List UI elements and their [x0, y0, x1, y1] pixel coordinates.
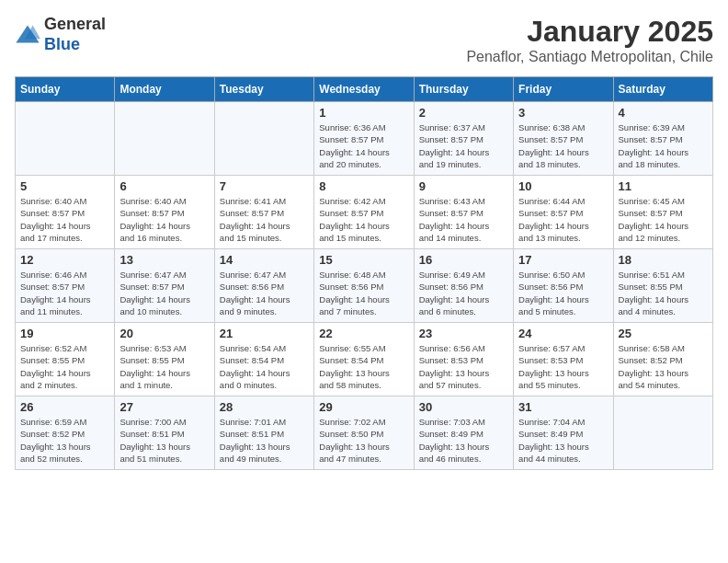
day-number: 23	[419, 327, 508, 340]
day-number: 20	[119, 327, 209, 340]
day-number: 7	[220, 179, 309, 193]
calendar-cell: 5Sunrise: 6:40 AM Sunset: 8:57 PM Daylig…	[16, 176, 115, 249]
day-info: Sunrise: 6:56 AM Sunset: 8:53 PM Dayligh…	[419, 342, 508, 391]
calendar-cell	[16, 102, 115, 176]
calendar-cell: 10Sunrise: 6:44 AM Sunset: 8:57 PM Dayli…	[514, 176, 613, 249]
day-number: 26	[20, 400, 109, 414]
days-of-week-row: SundayMondayTuesdayWednesdayThursdayFrid…	[16, 77, 713, 102]
day-number: 27	[119, 400, 209, 414]
day-number: 13	[119, 253, 209, 267]
day-info: Sunrise: 6:37 AM Sunset: 8:57 PM Dayligh…	[419, 121, 508, 170]
calendar-cell: 27Sunrise: 7:00 AM Sunset: 8:51 PM Dayli…	[115, 396, 214, 470]
calendar-cell: 22Sunrise: 6:55 AM Sunset: 8:54 PM Dayli…	[314, 323, 414, 396]
day-number: 11	[619, 179, 708, 193]
calendar-cell: 25Sunrise: 6:58 AM Sunset: 8:52 PM Dayli…	[613, 323, 712, 396]
day-number: 6	[119, 179, 209, 193]
day-number: 31	[518, 400, 608, 414]
day-number: 18	[619, 253, 708, 267]
day-info: Sunrise: 6:59 AM Sunset: 8:52 PM Dayligh…	[20, 416, 109, 465]
calendar-cell: 9Sunrise: 6:43 AM Sunset: 8:57 PM Daylig…	[414, 176, 513, 249]
day-of-week-header: Saturday	[613, 77, 712, 102]
month-title: January 2025	[466, 15, 713, 49]
day-info: Sunrise: 6:43 AM Sunset: 8:57 PM Dayligh…	[419, 195, 508, 244]
day-number: 16	[419, 253, 508, 267]
calendar-cell: 29Sunrise: 7:02 AM Sunset: 8:50 PM Dayli…	[314, 396, 414, 470]
day-info: Sunrise: 6:48 AM Sunset: 8:56 PM Dayligh…	[319, 269, 408, 317]
day-number: 4	[619, 106, 708, 120]
day-info: Sunrise: 7:04 AM Sunset: 8:49 PM Dayligh…	[518, 416, 608, 465]
day-info: Sunrise: 6:55 AM Sunset: 8:54 PM Dayligh…	[319, 342, 408, 391]
calendar-cell: 1Sunrise: 6:36 AM Sunset: 8:57 PM Daylig…	[314, 102, 414, 176]
day-of-week-header: Friday	[514, 77, 613, 102]
day-info: Sunrise: 7:00 AM Sunset: 8:51 PM Dayligh…	[119, 416, 209, 465]
day-number: 24	[518, 327, 608, 340]
day-info: Sunrise: 6:50 AM Sunset: 8:56 PM Dayligh…	[518, 269, 608, 317]
logo: General Blue	[15, 15, 106, 54]
calendar-cell: 30Sunrise: 7:03 AM Sunset: 8:49 PM Dayli…	[414, 396, 513, 470]
calendar-cell: 19Sunrise: 6:52 AM Sunset: 8:55 PM Dayli…	[16, 323, 115, 396]
calendar-cell: 6Sunrise: 6:40 AM Sunset: 8:57 PM Daylig…	[115, 176, 214, 249]
day-info: Sunrise: 6:54 AM Sunset: 8:54 PM Dayligh…	[220, 342, 309, 391]
logo-text: General Blue	[44, 15, 106, 54]
day-info: Sunrise: 6:40 AM Sunset: 8:57 PM Dayligh…	[20, 195, 109, 244]
calendar-cell: 23Sunrise: 6:56 AM Sunset: 8:53 PM Dayli…	[414, 323, 513, 396]
calendar-cell: 17Sunrise: 6:50 AM Sunset: 8:56 PM Dayli…	[514, 249, 613, 323]
day-number: 3	[518, 106, 608, 120]
day-number: 22	[319, 327, 408, 340]
calendar-week-row: 19Sunrise: 6:52 AM Sunset: 8:55 PM Dayli…	[16, 323, 713, 396]
day-number: 10	[518, 179, 608, 193]
day-info: Sunrise: 6:45 AM Sunset: 8:57 PM Dayligh…	[619, 195, 708, 244]
day-info: Sunrise: 7:03 AM Sunset: 8:49 PM Dayligh…	[419, 416, 508, 465]
calendar-cell: 14Sunrise: 6:47 AM Sunset: 8:56 PM Dayli…	[214, 249, 313, 323]
calendar-cell: 15Sunrise: 6:48 AM Sunset: 8:56 PM Dayli…	[314, 249, 414, 323]
calendar-week-row: 26Sunrise: 6:59 AM Sunset: 8:52 PM Dayli…	[16, 396, 713, 470]
day-number: 5	[20, 179, 109, 193]
day-of-week-header: Monday	[115, 77, 214, 102]
day-number: 29	[319, 400, 408, 414]
calendar-cell	[115, 102, 214, 176]
day-number: 9	[419, 179, 508, 193]
calendar-cell: 13Sunrise: 6:47 AM Sunset: 8:57 PM Dayli…	[115, 249, 214, 323]
calendar-week-row: 1Sunrise: 6:36 AM Sunset: 8:57 PM Daylig…	[16, 102, 713, 176]
day-info: Sunrise: 6:46 AM Sunset: 8:57 PM Dayligh…	[20, 269, 109, 317]
calendar-cell: 20Sunrise: 6:53 AM Sunset: 8:55 PM Dayli…	[115, 323, 214, 396]
logo-icon	[15, 22, 40, 48]
location-title: Penaflor, Santiago Metropolitan, Chile	[466, 49, 713, 65]
page-header: General Blue January 2025 Penaflor, Sant…	[15, 15, 713, 65]
calendar-cell	[613, 396, 712, 470]
day-info: Sunrise: 6:41 AM Sunset: 8:57 PM Dayligh…	[220, 195, 309, 244]
day-number: 1	[319, 106, 408, 120]
day-number: 17	[518, 253, 608, 267]
calendar-cell: 3Sunrise: 6:38 AM Sunset: 8:57 PM Daylig…	[514, 102, 613, 176]
day-number: 8	[319, 179, 408, 193]
calendar-cell: 8Sunrise: 6:42 AM Sunset: 8:57 PM Daylig…	[314, 176, 414, 249]
day-number: 2	[419, 106, 508, 120]
day-number: 12	[20, 253, 109, 267]
day-of-week-header: Tuesday	[214, 77, 313, 102]
calendar-cell: 7Sunrise: 6:41 AM Sunset: 8:57 PM Daylig…	[214, 176, 313, 249]
calendar-cell: 26Sunrise: 6:59 AM Sunset: 8:52 PM Dayli…	[16, 396, 115, 470]
day-info: Sunrise: 7:01 AM Sunset: 8:51 PM Dayligh…	[220, 416, 309, 465]
title-block: January 2025 Penaflor, Santiago Metropol…	[466, 15, 713, 65]
day-number: 21	[220, 327, 309, 340]
day-number: 15	[319, 253, 408, 267]
calendar-cell: 12Sunrise: 6:46 AM Sunset: 8:57 PM Dayli…	[16, 249, 115, 323]
day-of-week-header: Thursday	[414, 77, 513, 102]
day-info: Sunrise: 6:42 AM Sunset: 8:57 PM Dayligh…	[319, 195, 408, 244]
day-number: 14	[220, 253, 309, 267]
day-number: 30	[419, 400, 508, 414]
calendar-cell: 4Sunrise: 6:39 AM Sunset: 8:57 PM Daylig…	[613, 102, 712, 176]
calendar-cell: 18Sunrise: 6:51 AM Sunset: 8:55 PM Dayli…	[613, 249, 712, 323]
day-of-week-header: Sunday	[16, 77, 115, 102]
day-info: Sunrise: 6:36 AM Sunset: 8:57 PM Dayligh…	[319, 121, 408, 170]
day-info: Sunrise: 6:38 AM Sunset: 8:57 PM Dayligh…	[518, 121, 608, 170]
calendar-cell: 2Sunrise: 6:37 AM Sunset: 8:57 PM Daylig…	[414, 102, 513, 176]
logo-general-text: General	[44, 15, 106, 33]
day-info: Sunrise: 7:02 AM Sunset: 8:50 PM Dayligh…	[319, 416, 408, 465]
day-of-week-header: Wednesday	[314, 77, 414, 102]
day-info: Sunrise: 6:47 AM Sunset: 8:57 PM Dayligh…	[119, 269, 209, 317]
day-info: Sunrise: 6:49 AM Sunset: 8:56 PM Dayligh…	[419, 269, 508, 317]
calendar-week-row: 5Sunrise: 6:40 AM Sunset: 8:57 PM Daylig…	[16, 176, 713, 249]
day-info: Sunrise: 6:53 AM Sunset: 8:55 PM Dayligh…	[119, 342, 209, 391]
calendar-cell: 31Sunrise: 7:04 AM Sunset: 8:49 PM Dayli…	[514, 396, 613, 470]
